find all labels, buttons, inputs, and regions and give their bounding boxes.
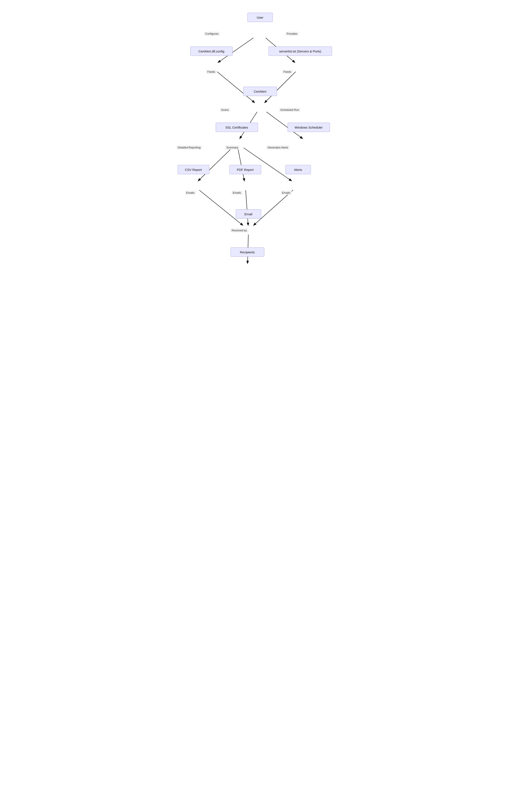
- diagram-container: UserCertAlert.dll.configserverlist.txt (…: [165, 4, 355, 300]
- node-config: CertAlert.dll.config: [190, 47, 233, 56]
- node-pdfreport: PDF Report: [230, 165, 261, 174]
- edge-label-certalert-ssl: Scans: [220, 108, 230, 112]
- node-certalert: CertAlert: [243, 87, 277, 96]
- edge-label-config-certalert: Feeds: [206, 70, 216, 74]
- node-recipients: Recipients: [231, 247, 264, 257]
- edge-label-certalert-winscheduler: Scheduled Run: [279, 108, 301, 112]
- edge-label-csvreport-email: Emails: [185, 191, 196, 195]
- node-email: Email: [236, 209, 261, 219]
- edge-label-ssl-pdfreport: Summary: [225, 146, 240, 150]
- edge-label-pdfreport-email: Emails: [232, 191, 242, 195]
- edge-label-user-serverlist: Provides: [285, 32, 299, 36]
- edge-label-ssl-csvreport: Detailed Reporting: [177, 146, 202, 150]
- node-winscheduler: Windows Scheduler: [288, 123, 330, 132]
- edge-label-email-recipients: Received by: [231, 228, 248, 232]
- svg-line-11: [254, 190, 293, 225]
- svg-line-9: [199, 190, 243, 225]
- svg-line-10: [245, 190, 248, 225]
- node-alerts: Alerts: [285, 165, 311, 174]
- edge-label-alerts-email: Emails: [281, 191, 292, 195]
- edge-label-serverlist-certalert: Feeds: [282, 70, 292, 74]
- edge-label-user-config: Configures: [204, 32, 220, 36]
- node-csvreport: CSV Report: [178, 165, 209, 174]
- svg-line-6: [198, 148, 232, 181]
- node-user: User: [248, 13, 273, 22]
- node-serverlist: serverlist.txt (Servers & Ports): [268, 47, 332, 56]
- svg-line-7: [238, 148, 244, 181]
- node-ssl: SSL Certificates: [216, 123, 258, 132]
- edge-label-ssl-alerts: Generates Alerts: [266, 146, 289, 150]
- svg-line-8: [243, 148, 291, 181]
